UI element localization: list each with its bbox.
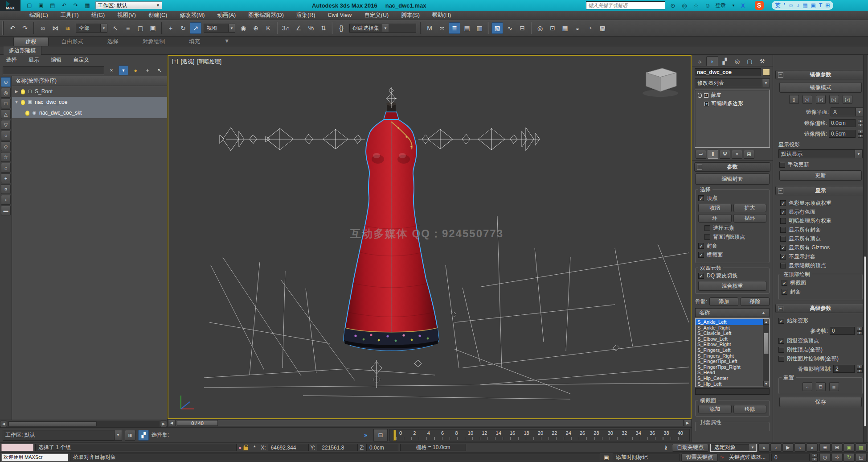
current-frame-field[interactable]: 0 [771,454,810,461]
mirror-offset-field[interactable]: 0.0cm [829,119,856,127]
bone-item[interactable]: S_Head [696,370,763,375]
view-cube[interactable] [643,68,678,97]
select-by-name-icon[interactable]: ≡ [122,22,134,34]
scroll-down-icon[interactable]: ▼ [763,381,769,387]
workspace-selector-bottom[interactable]: 工作区: 默认 ▼ [3,430,122,441]
bone-item[interactable]: S_FingerTips_Left [696,359,763,364]
open-file-icon[interactable]: ▣ [37,1,45,9]
filter-containers-icon[interactable]: ¤ [1,184,11,194]
scroll-right-icon[interactable]: ▶ [160,421,167,427]
spinner-arrows[interactable]: ▲▼ [857,327,863,335]
select-and-scale-icon[interactable]: ↗ [190,22,201,34]
menu-graph-editors[interactable]: 图形编辑器(D) [242,11,290,20]
tree-row-s-root[interactable]: ▶ ▢ S_Root [12,86,167,97]
ref-frame-field[interactable]: 0 [830,327,855,335]
parameters-rollout-header[interactable]: − 参数 [694,162,770,172]
pick-select-icon[interactable]: ↖ [155,66,164,75]
render-cloud-icon[interactable]: ◔ [584,22,596,34]
visibility-bulb-icon[interactable] [21,89,25,94]
filter-materials-icon[interactable]: ◦ [1,195,11,205]
ime-grid-icon[interactable]: ⊞ [825,2,830,8]
explorer-menu-customize[interactable]: 自定义 [73,56,89,64]
bone-item[interactable]: S_Hip_Left [696,381,763,387]
filter-helpers-icon[interactable]: ○ [1,131,11,140]
select-and-manipulate-icon[interactable]: ⊕ [250,22,262,34]
collapse-minus-icon[interactable]: − [778,306,783,311]
add-time-tag-field[interactable]: 添加时间标记 [613,454,680,461]
shrink-button[interactable]: 收缩 [698,204,732,212]
mirror-parameters-rollout-header[interactable]: − 镜像参数 [775,70,866,79]
bind-to-space-warp-icon[interactable]: ≋ [62,22,74,34]
cb-show-all-envelopes[interactable]: 显示所有封套 [780,226,861,234]
maximize-viewport-toggle-icon[interactable]: ◱ [856,453,867,462]
menu-help[interactable]: 帮助(H) [426,11,457,20]
go-to-end-icon[interactable]: » [807,443,818,452]
y-coord-field[interactable]: -221561.8 [317,444,358,451]
menu-animation[interactable]: 动画(A) [211,11,242,20]
use-pivot-center-icon[interactable]: ◉ [237,22,249,34]
filter-space-warps-icon[interactable]: ◇ [1,141,11,151]
command-tab-create[interactable]: ☼ [694,56,706,66]
select-object-icon[interactable]: ↖ [110,22,121,34]
ime-emoji-icon[interactable]: ☺ [788,2,794,8]
select-and-rotate-icon[interactable]: ↻ [177,22,189,34]
search-binoculars-icon[interactable]: ⊙ [669,2,677,9]
manual-update-checkbox[interactable]: 手动更新 [779,161,862,169]
select-element-checkbox[interactable]: 选择元素 [704,224,766,232]
bone-item[interactable]: S_FingerTips_Right [696,364,763,370]
manage-layers-icon[interactable]: ▥ [474,22,485,34]
edit-envelopes-button[interactable]: 编辑封套 [695,173,770,185]
menu-scripting[interactable]: 脚本(S) [395,11,426,20]
mirror-paste-icon[interactable]: ▯ [789,95,799,104]
ime-mic-icon[interactable]: ♪ [797,2,799,8]
modifier-list-dropdown[interactable]: 修改器列表 ▼ [695,78,770,87]
bone-item[interactable]: S_Fingers_Right [696,353,763,359]
cb-show-no-envelopes[interactable]: 不显示封套 [780,253,861,260]
dq-skin-toggle-checkbox[interactable]: DQ 蒙皮切换 [698,272,766,280]
draw-envelopes-checkbox[interactable]: 封套 [782,288,860,296]
ime-punct-icon[interactable]: ’ [784,2,785,8]
workspace-selector[interactable]: 工作区: 默认 ▼ [95,1,162,9]
display-projection-dropdown[interactable]: 默认显示 ▼ [778,149,863,158]
render-production-icon[interactable]: ◒ [572,22,583,34]
object-color-swatch[interactable] [763,69,770,76]
expand-icon[interactable]: + [704,102,709,106]
maxscript-mini-listener[interactable] [1,444,33,451]
menu-civil-view[interactable]: Civil View [321,11,358,20]
render-setup-icon[interactable]: ⊡ [547,22,558,34]
always-deform-checkbox[interactable]: 始终变形 [778,317,863,325]
bone-name-column-header[interactable]: 名称 ▲ [695,308,770,317]
filter-frozen-icon[interactable]: ▬ [1,206,11,215]
rendered-frame-window-icon[interactable]: ▦ [559,22,571,34]
set-keys-icon[interactable]: ⚷ [661,444,670,451]
cb-show-all-vertices[interactable]: 显示所有顶点 [780,235,861,243]
rigid-vertices-checkbox[interactable]: 刚性顶点(全部) [778,346,863,354]
new-file-icon[interactable]: ▢ [25,1,34,9]
explorer-name-column-header[interactable]: 名称(按降序排序) [12,76,167,86]
rectangular-selection-region-icon[interactable]: ▢ [135,22,146,34]
material-editor-icon[interactable]: ◎ [534,22,546,34]
frame-spinner-arrows[interactable]: ▲▼ [812,454,818,462]
pin-stack-icon[interactable]: ⊸ [696,150,706,159]
mirror-mode-button[interactable]: 镜像模式 [779,82,862,93]
selection-filter-dropdown[interactable]: 全部 ▼ [76,24,107,33]
zoom-extents-all-icon[interactable]: ▩ [856,443,867,452]
show-end-result-icon[interactable]: ‖ [708,150,718,159]
cross-sections-checkbox[interactable]: 横截面 [698,251,766,259]
scrollbar-thumb[interactable] [8,421,97,426]
remove-cross-section-button[interactable]: 移除 [733,405,767,413]
mirror-plane-dropdown[interactable]: X ▼ [831,107,864,116]
layer-manager-icon[interactable]: ≣ [449,22,460,34]
x-coord-field[interactable]: 64692.344 [268,444,309,451]
filter-xrefs-icon[interactable]: ⌂ [1,163,11,173]
sign-in-person-icon[interactable]: ☺ [704,2,712,9]
filter-funnel-icon[interactable]: ▼ [119,66,128,75]
chevron-down-icon[interactable]: ▼ [729,4,737,8]
explorer-horizontal-scrollbar[interactable]: ◀ ▶ [0,420,167,427]
expand-icon[interactable]: + [704,93,708,98]
time-slider-track[interactable]: 0 / 40 [176,420,684,426]
time-slider-handle[interactable]: 0 / 40 [177,420,218,426]
zoom-all-icon[interactable]: ⊞ [831,443,843,452]
zoom-extents-icon[interactable]: ▣ [843,443,855,452]
cb-show-colored-faces[interactable]: 显示有色面 [780,208,861,216]
